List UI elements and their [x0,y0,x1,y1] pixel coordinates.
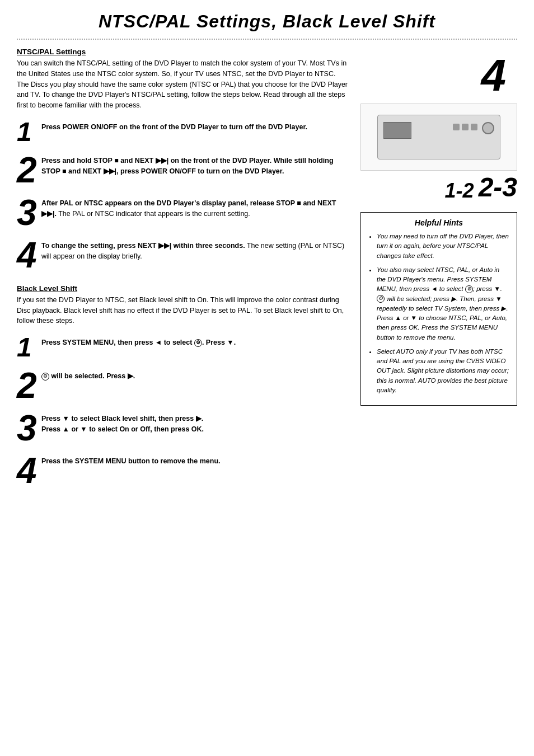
step-text-2: Press and hold STOP ■ and NEXT ▶▶| on th… [41,152,349,177]
device-buttons-group [453,124,477,130]
hint-item-2: You also may select NTSC, PAL, or Auto i… [377,265,510,342]
ntsc-pal-title: NTSC/PAL Settings [17,48,349,56]
ntsc-step-4: 4 To change the setting, press NEXT ▶▶| … [17,237,349,273]
black-level-section: Black Level Shift If you set the DVD Pla… [17,284,349,489]
hint-settings-icon: ⚙ [465,285,473,293]
bl-step-3: 3 Press ▼ to select Black level shift, t… [17,410,349,446]
device-btn-2 [462,124,469,130]
right-column: 4 1-2 2-3 [360,48,517,495]
bl-step-4: 4 Press the SYSTEM MENU button to remove… [17,453,349,489]
ntsc-step-1: 1 Press POWER ON/OFF on the front of the… [17,119,349,145]
helpful-hints-list: You may need to turn off the DVD Player,… [368,232,510,395]
helpful-hints-title: Helpful Hints [368,218,510,227]
diagram-area: 4 1-2 2-3 [360,48,517,201]
main-layout: NTSC/PAL Settings You can switch the NTS… [17,48,517,495]
diagram-num-1-2: 1-2 [445,181,474,201]
settings-icon: ⚙ [194,339,202,347]
bl-step-number-2: 2 [17,368,37,403]
bl-step-number-3: 3 [17,410,37,446]
page-header: NTSC/PAL Settings, Black Level Shift [17,11,517,35]
ntsc-step-2: 2 Press and hold STOP ■ and NEXT ▶▶| on … [17,152,349,188]
step-text-3: After PAL or NTSC appears on the DVD Pla… [41,195,349,219]
hint-item-1: You may need to turn off the DVD Player,… [377,232,510,261]
device-btn-1 [453,124,460,130]
bl-step-1: 1 Press SYSTEM MENU, then press ◄ to sel… [17,334,349,361]
step-number-1: 1 [17,119,37,145]
header-divider [17,39,517,40]
bl-step-text-3: Press ▼ to select Black level shift, the… [41,410,204,435]
bl-step-text-2: ⚙ will be selected. Press ▶. [41,368,135,382]
ntsc-pal-intro: You can switch the NTSC/PAL setting of t… [17,58,349,111]
bl-step-text-4: Press the SYSTEM MENU button to remove t… [41,453,221,467]
ntsc-pal-section: NTSC/PAL Settings You can switch the NTS… [17,48,349,273]
device-diagram [360,104,517,171]
diagram-big-number: 4 [360,53,517,98]
black-level-intro: If you set the DVD Player to NTSC, set B… [17,295,349,326]
step-number-4: 4 [17,237,37,273]
black-level-title: Black Level Shift [17,284,349,293]
diagram-num-2-3: 2-3 [479,174,517,201]
page-title: NTSC/PAL Settings, Black Level Shift [17,11,517,32]
settings-icon-2: ⚙ [41,373,49,381]
step-number-2: 2 [17,152,37,188]
device-body [377,115,500,159]
diagram-numbers-row: 1-2 2-3 [360,174,517,201]
hint-item-3: Select AUTO only if your TV has both NTS… [377,347,510,395]
device-knob [482,122,494,134]
step-text-1: Press POWER ON/OFF on the front of the D… [41,119,307,133]
bl-step-number-4: 4 [17,453,37,489]
step-number-3: 3 [17,195,37,231]
device-btn-3 [471,124,477,130]
bl-step-number-1: 1 [17,334,37,361]
ntsc-step-3: 3 After PAL or NTSC appears on the DVD P… [17,195,349,231]
step-text-4: To change the setting, press NEXT ▶▶| wi… [41,237,349,262]
device-screen [383,122,411,139]
bl-step-2: 2 ⚙ will be selected. Press ▶. [17,368,349,403]
bl-step-text-1: Press SYSTEM MENU, then press ◄ to selec… [41,334,236,348]
left-column: NTSC/PAL Settings You can switch the NTS… [17,48,349,495]
hint-settings-icon-2: ⚙ [377,295,385,303]
helpful-hints-box: Helpful Hints You may need to turn off t… [360,212,517,406]
